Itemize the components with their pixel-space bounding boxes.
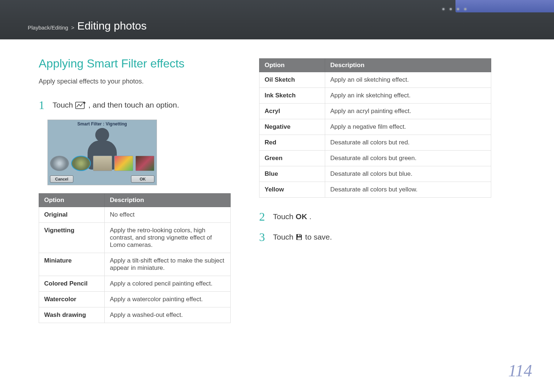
option-desc: Apply a tilt-shift effect to make the su… [105, 253, 231, 276]
table-row: Negative Apply a negative film effect. [259, 119, 491, 135]
breadcrumb-sep: > [71, 25, 74, 30]
options-table-left: Option Description Original No effect Vi… [39, 193, 231, 323]
step-3: 3 Touch to save. [259, 231, 493, 243]
option-name: Ink Sketch [259, 88, 325, 104]
section-heading: Applying Smart Filter effects [39, 57, 232, 70]
option-desc: Desaturate all colors but yellow. [325, 182, 491, 198]
step-2-text-c: . [309, 211, 312, 222]
option-desc: Apply an oil sketching effect. [325, 72, 491, 88]
option-name: Wash drawing [39, 307, 105, 323]
save-icon [296, 233, 303, 241]
filter-thumb [93, 156, 112, 171]
option-desc: No effect [105, 207, 231, 223]
ok-button[interactable]: OK [131, 175, 154, 183]
table-row: Yellow Desaturate all colors but yellow. [259, 182, 491, 198]
step-number: 1 [39, 99, 45, 111]
table-row: Miniature Apply a tilt-shift effect to m… [39, 253, 231, 276]
top-right-accent [455, 0, 554, 12]
option-name: Blue [259, 166, 325, 182]
table-row: Acryl Apply an acryl painting effect. [259, 104, 491, 119]
option-desc: Apply the retro-looking colors, high con… [105, 223, 231, 253]
filter-thumb [135, 156, 154, 171]
option-name: Oil Sketch [259, 72, 325, 88]
options-table-right: Option Description Oil Sketch Apply an o… [259, 58, 491, 198]
header-bar: Playback/Editing > Editing photos [0, 0, 554, 39]
breadcrumb-section: Editing photos [77, 20, 147, 31]
option-name: Red [259, 135, 325, 151]
silhouette-icon [80, 128, 124, 179]
step-2-ok-label: OK [296, 211, 307, 222]
option-name: Colored Pencil [39, 276, 105, 292]
right-column: Option Description Oil Sketch Apply an o… [259, 57, 493, 323]
svg-rect-3 [300, 235, 300, 236]
breadcrumb-category: Playback/Editing [28, 25, 68, 30]
table-row: Green Desaturate all colors but green. [259, 151, 491, 166]
cancel-button[interactable]: Cancel [50, 175, 73, 183]
table-row: Blue Desaturate all colors but blue. [259, 166, 491, 182]
option-name: Yellow [259, 182, 325, 198]
step-3-text-a: Touch [273, 232, 293, 242]
option-desc: Apply a negative film effect. [325, 119, 491, 135]
table-header-option: Option [39, 194, 105, 207]
option-desc: Apply a washed-out effect. [105, 307, 231, 323]
filter-thumb [50, 156, 69, 171]
filter-thumb [114, 156, 133, 171]
table-row: Red Desaturate all colors but red. [259, 135, 491, 151]
table-header-description: Description [325, 59, 491, 72]
table-row: Colored Pencil Apply a colored pencil pa… [39, 276, 231, 292]
table-row: Vignetting Apply the retro-looking color… [39, 223, 231, 253]
option-desc: Apply an acryl painting effect. [325, 104, 491, 119]
step-3-text-b: to save. [305, 232, 332, 242]
table-row: Ink Sketch Apply an ink sketching effect… [259, 88, 491, 104]
svg-rect-1 [298, 234, 301, 236]
step-number: 2 [259, 211, 265, 222]
option-desc: Apply a colored pencil painting effect. [105, 276, 231, 292]
table-row: Oil Sketch Apply an oil sketching effect… [259, 72, 491, 88]
smart-filter-icon [75, 101, 86, 109]
table-row: Wash drawing Apply a washed-out effect. [39, 307, 231, 323]
section-lead: Apply special effects to your photos. [39, 78, 232, 85]
option-name: Miniature [39, 253, 105, 276]
svg-rect-2 [297, 237, 301, 240]
page-number: 114 [508, 361, 532, 380]
step-1-text-b: , and then touch an option. [88, 100, 179, 110]
step-1: 1 Touch , and then touch an option. [39, 99, 232, 111]
option-desc: Apply a watercolor painting effect. [105, 292, 231, 307]
camera-preview: Smart Filter : Vignetting Cancel OK [47, 120, 157, 185]
option-name: Vignetting [39, 223, 105, 253]
table-row: Watercolor Apply a watercolor painting e… [39, 292, 231, 307]
filter-thumb-selected [71, 156, 91, 171]
option-desc: Desaturate all colors but red. [325, 135, 491, 151]
option-name: Original [39, 207, 105, 223]
option-name: Watercolor [39, 292, 105, 307]
content-area: Applying Smart Filter effects Apply spec… [0, 39, 554, 323]
option-desc: Desaturate all colors but green. [325, 151, 491, 166]
table-header-description: Description [105, 194, 231, 207]
table-row: Original No effect [39, 207, 231, 223]
option-name: Green [259, 151, 325, 166]
table-header-option: Option [259, 59, 325, 72]
option-desc: Apply an ink sketching effect. [325, 88, 491, 104]
option-name: Acryl [259, 104, 325, 119]
step-2: 2 Touch OK. [259, 211, 493, 222]
camera-preview-title: Smart Filter : Vignetting [48, 121, 157, 127]
step-2-text-a: Touch [273, 211, 293, 222]
option-desc: Desaturate all colors but blue. [325, 166, 491, 182]
step-number: 3 [259, 231, 265, 243]
filter-thumb-row [50, 156, 154, 171]
option-name: Negative [259, 119, 325, 135]
step-1-text-a: Touch [53, 100, 73, 110]
left-column: Applying Smart Filter effects Apply spec… [39, 57, 232, 323]
decorative-dots [442, 8, 466, 10]
breadcrumb: Playback/Editing > Editing photos [28, 20, 147, 31]
